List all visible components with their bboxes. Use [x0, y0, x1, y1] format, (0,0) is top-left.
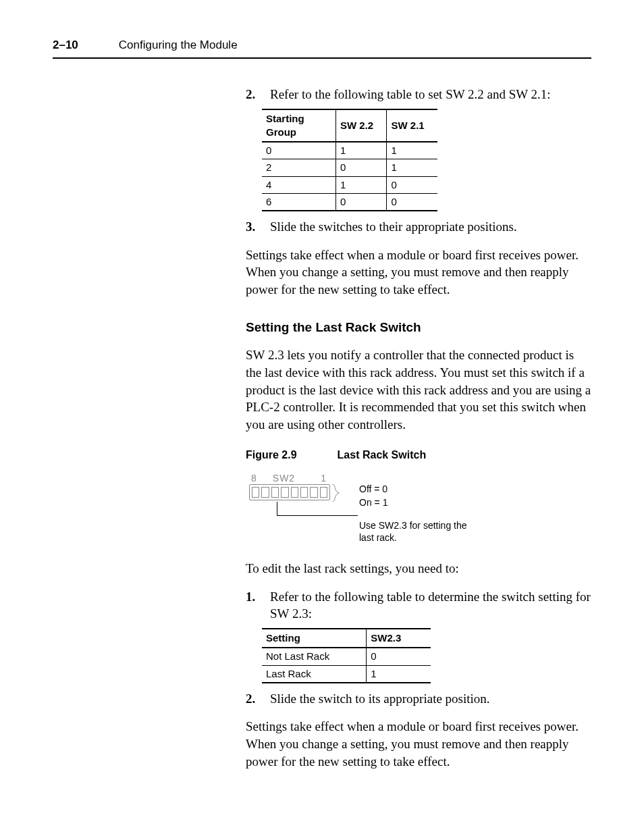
running-header: 2–10 Configuring the Module — [53, 38, 591, 59]
callout-line-v-icon — [277, 502, 277, 515]
th-sw23: SW2.3 — [367, 629, 431, 648]
table-row: 0 1 1 — [262, 142, 437, 159]
sw23-table: Setting SW2.3 Not Last Rack 0 Last Rack … — [262, 628, 431, 683]
switch-8-icon — [252, 487, 259, 498]
subheading-last-rack: Setting the Last Rack Switch — [246, 319, 591, 336]
power-note: Settings take effect when a module or bo… — [246, 246, 591, 298]
brace-icon — [331, 484, 340, 502]
step-number: 3. — [246, 218, 261, 236]
switch-5-icon — [281, 487, 288, 498]
step-number: 1. — [246, 588, 261, 623]
dip-label-1: 1 — [321, 472, 326, 485]
step-1b: 1. Refer to the following table to deter… — [246, 588, 591, 623]
dip-switch-icon — [249, 484, 330, 500]
switch-4-icon — [291, 487, 298, 498]
callout-line-h-icon — [277, 515, 358, 516]
step-number: 2. — [246, 86, 261, 103]
table-row: 2 0 1 — [262, 159, 437, 176]
dip-label-8: 8 — [251, 472, 257, 485]
sw23-description: SW 2.3 lets you notify a controller that… — [246, 346, 591, 433]
legend-onoff: Off = 0 On = 1 — [359, 483, 387, 509]
switch-7-icon — [261, 487, 269, 498]
switch-1-icon — [320, 487, 327, 498]
th-starting-group: Starting Group — [262, 109, 336, 142]
figure-title: Last Rack Switch — [338, 448, 427, 463]
th-sw22: SW 2.2 — [336, 109, 387, 142]
figure-callout: Use SW2.3 for setting the last rack. — [359, 519, 474, 544]
figure-last-rack-switch: 8 SW2 1 Off = 0 On = 1 — [246, 472, 475, 546]
step-text: Slide the switches to their appropriate … — [270, 218, 591, 236]
th-sw21: SW 2.1 — [387, 109, 437, 142]
table-row: 6 0 0 — [262, 193, 437, 211]
edit-intro: To edit the last rack settings, you need… — [246, 560, 591, 577]
step-text: Refer to the following table to set SW 2… — [270, 86, 591, 103]
dip-label-sw2: SW2 — [273, 472, 295, 485]
legend-on: On = 1 — [359, 496, 387, 510]
step-3: 3. Slide the switches to their appropria… — [246, 218, 591, 236]
table-row: Not Last Rack 0 — [262, 648, 431, 665]
table-row: 4 1 0 — [262, 176, 437, 193]
starting-group-table: Starting Group SW 2.2 SW 2.1 0 1 1 2 0 1… — [262, 109, 437, 212]
switch-6-icon — [271, 487, 279, 498]
figure-caption: Figure 2.9 Last Rack Switch — [246, 448, 591, 463]
legend-off: Off = 0 — [359, 483, 387, 496]
page-number: 2–10 — [53, 38, 78, 53]
power-note-2: Settings take effect when a module or bo… — [246, 718, 591, 770]
main-content: 2. Refer to the following table to set S… — [246, 86, 591, 770]
switch-2-icon — [310, 487, 317, 498]
figure-label: Figure 2.9 — [246, 448, 297, 463]
step-2b: 2. Slide the switch to its appropriate p… — [246, 690, 591, 708]
step-text: Slide the switch to its appropriate posi… — [270, 690, 591, 708]
step-number: 2. — [246, 690, 261, 708]
table-row: Last Rack 1 — [262, 665, 431, 683]
chapter-title: Configuring the Module — [119, 38, 238, 53]
step-text: Refer to the following table to determin… — [270, 588, 591, 623]
step-2: 2. Refer to the following table to set S… — [246, 86, 591, 103]
switch-3-icon — [300, 487, 308, 498]
dip-label-row: 8 SW2 1 — [251, 472, 326, 485]
th-setting: Setting — [262, 629, 367, 648]
